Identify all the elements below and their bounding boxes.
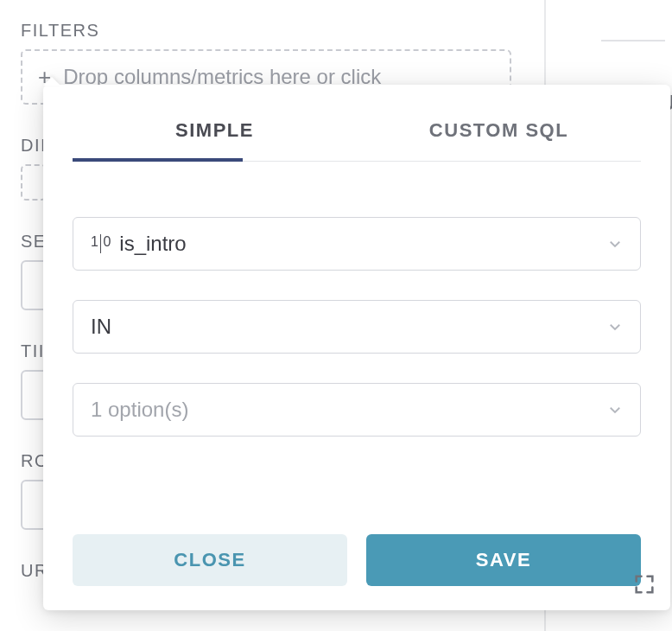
operator-select[interactable]: IN [73,300,641,354]
filters-label: FILTERS [21,21,515,41]
chevron-down-icon [607,402,623,417]
button-row: CLOSE SAVE [73,534,641,586]
boolean-type-icon: 1 0 [91,234,111,253]
close-button[interactable]: CLOSE [73,534,347,586]
filter-popover: SIMPLE CUSTOM SQL 1 0 is_intro IN 1 opti… [43,85,670,610]
form-area: 1 0 is_intro IN 1 option(s) [43,162,670,437]
tab-simple[interactable]: SIMPLE [73,104,357,161]
chevron-down-icon [607,236,623,252]
column-select[interactable]: 1 0 is_intro [73,217,641,271]
operator-value: IN [91,315,607,339]
chevron-down-icon [607,319,623,335]
options-placeholder: 1 option(s) [91,398,607,422]
options-select[interactable]: 1 option(s) [73,383,641,437]
column-name: is_intro [119,232,607,256]
tab-bar: SIMPLE CUSTOM SQL [73,104,641,162]
tab-custom-sql[interactable]: CUSTOM SQL [357,104,641,161]
popover-arrow [43,77,60,86]
expand-icon[interactable] [632,572,656,596]
horizontal-rule [601,40,665,41]
save-button[interactable]: SAVE [366,534,641,586]
